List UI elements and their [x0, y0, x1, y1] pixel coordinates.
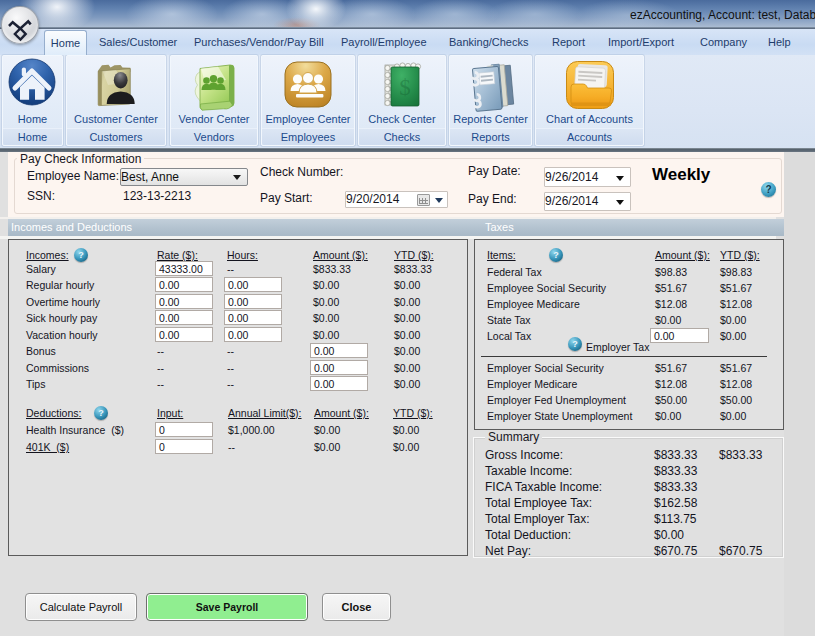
- svg-text:$: $: [399, 75, 411, 100]
